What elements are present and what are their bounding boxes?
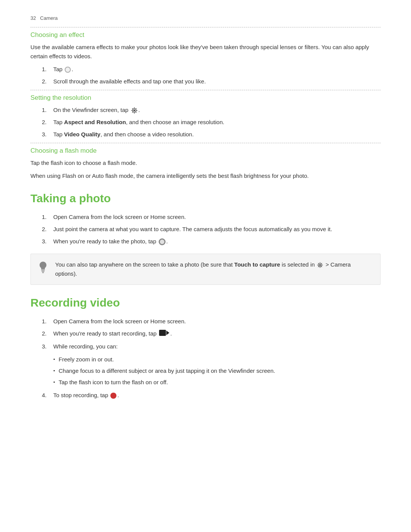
step-3-resolution: 3. Tap Video Quality, and then choose a … <box>38 130 381 139</box>
step-text: On the Viewfinder screen, tap . <box>53 105 140 115</box>
section-title-taking-a-photo: Taking a photo <box>30 192 381 205</box>
bold-text: Video Quality <box>64 131 100 137</box>
step-num: 2. <box>42 329 49 338</box>
section-text-choosing-an-effect: Use the available camera effects to make… <box>30 43 381 61</box>
video-camera-icon <box>159 329 170 336</box>
section-title-recording-video: Recording video <box>30 296 381 309</box>
camera-options-text: Camera options <box>55 261 351 277</box>
step-num: 1. <box>42 317 49 326</box>
step-1-video: 1. Open Camera from the lock screen or H… <box>38 317 381 326</box>
section-recording-video: Recording video 1. Open Camera from the … <box>30 296 381 400</box>
steps-setting-resolution: 1. On the Viewfinder screen, tap . 2. Ta… <box>38 105 381 139</box>
step-3-photo: 3. When you're ready to take the photo, … <box>38 237 381 246</box>
step-3-video: 3. While recording, you can: <box>38 342 381 351</box>
section-title-choosing-an-effect: Choosing an effect <box>30 31 381 39</box>
svg-point-0 <box>133 109 135 111</box>
step-num: 1. <box>42 65 49 74</box>
step-num: 1. <box>42 105 49 115</box>
svg-rect-3 <box>41 271 45 272</box>
step-text: When you're ready to start recording, ta… <box>53 329 172 339</box>
tip-box: You can also tap anywhere on the screen … <box>30 254 381 285</box>
step-1-photo: 1. Open Camera from the lock screen or H… <box>38 212 381 222</box>
step-num: 3. <box>42 237 49 246</box>
step-text: While recording, you can: <box>53 342 118 351</box>
section-divider <box>30 27 381 27</box>
svg-rect-2 <box>41 270 45 270</box>
gear-icon <box>131 107 138 114</box>
step-text: Tap Video Quality, and then choose a vid… <box>53 130 194 139</box>
section-setting-the-resolution: Setting the resolution 1. On the Viewfin… <box>30 94 381 139</box>
bullet-list-recording: Freely zoom in or out. Change focus to a… <box>53 355 381 387</box>
lightbulb-icon <box>38 261 48 274</box>
section-divider <box>30 90 381 90</box>
bullet-item-2: Change focus to a different subject or a… <box>53 366 381 375</box>
section-choosing-an-effect: Choosing an effect Use the available cam… <box>30 31 381 86</box>
step-2-video: 2. When you're ready to start recording,… <box>38 329 381 339</box>
section-choosing-flash-mode: Choosing a flash mode Tap the flash icon… <box>30 147 381 181</box>
video-icon-container <box>159 329 170 339</box>
step-num: 4. <box>42 391 49 400</box>
steps-taking-a-photo: 1. Open Camera from the lock screen or H… <box>38 212 381 246</box>
step-text: Tap Aspect and Resolution, and then choo… <box>53 118 224 127</box>
bullet-item-3: Tap the flash icon to turn the flash on … <box>53 378 381 387</box>
step-num: 2. <box>42 225 49 234</box>
step-1-resolution: 1. On the Viewfinder screen, tap . <box>38 105 381 115</box>
section-text-flash-mode-1: Tap the flash icon to choose a flash mod… <box>30 158 381 168</box>
step-text: Open Camera from the lock screen or Home… <box>53 212 186 222</box>
gear-icon-tip <box>317 262 323 268</box>
step-text: Open Camera from the lock screen or Home… <box>53 317 186 326</box>
svg-marker-8 <box>166 331 169 335</box>
section-title-setting-resolution: Setting the resolution <box>30 94 381 102</box>
step-num: 3. <box>42 130 49 139</box>
step-text: To stop recording, tap . <box>53 391 119 400</box>
svg-point-5 <box>319 264 321 266</box>
section-divider <box>30 143 381 143</box>
step-2-effect: 2. Scroll through the available effects … <box>38 77 381 86</box>
section-taking-a-photo: Taking a photo 1. Open Camera from the l… <box>30 192 381 285</box>
section-title-flash-mode: Choosing a flash mode <box>30 147 381 155</box>
steps-recording-video-cont: 4. To stop recording, tap . <box>38 391 381 400</box>
step-4-video: 4. To stop recording, tap . <box>38 391 381 400</box>
step-text: Scroll through the available effects and… <box>53 77 206 86</box>
tip-text: You can also tap anywhere on the screen … <box>55 260 373 278</box>
step-num: 1. <box>42 212 49 222</box>
bullet-item-1: Freely zoom in or out. <box>53 355 381 364</box>
steps-recording-video: 1. Open Camera from the lock screen or H… <box>38 317 381 351</box>
step-num: 3. <box>42 342 49 351</box>
step-2-photo: 2. Just point the camera at what you wan… <box>38 225 381 234</box>
bold-touch-to-capture: Touch to capture <box>234 261 280 268</box>
tip-icon-container <box>38 261 49 275</box>
bold-text: Aspect and Resolution <box>64 119 126 125</box>
svg-rect-4 <box>42 272 44 273</box>
steps-choosing-an-effect: 1. Tap . 2. Scroll through the available… <box>38 65 381 86</box>
step-2-resolution: 2. Tap Aspect and Resolution, and then c… <box>38 118 381 127</box>
step-num: 2. <box>42 118 49 127</box>
stop-red-icon <box>110 393 116 399</box>
svg-rect-7 <box>159 330 166 336</box>
step-num: 2. <box>42 77 49 86</box>
step-text: When you're ready to take the photo, tap… <box>53 237 168 246</box>
shutter-icon <box>159 238 166 245</box>
page-number: 32 Camera <box>30 15 381 21</box>
step-text: Tap . <box>53 65 73 74</box>
step-1-effect: 1. Tap . <box>38 65 381 74</box>
circle-icon <box>65 67 71 73</box>
section-text-flash-mode-2: When using Flash on or Auto flash mode, … <box>30 171 381 181</box>
step-text: Just point the camera at what you want t… <box>53 225 332 234</box>
